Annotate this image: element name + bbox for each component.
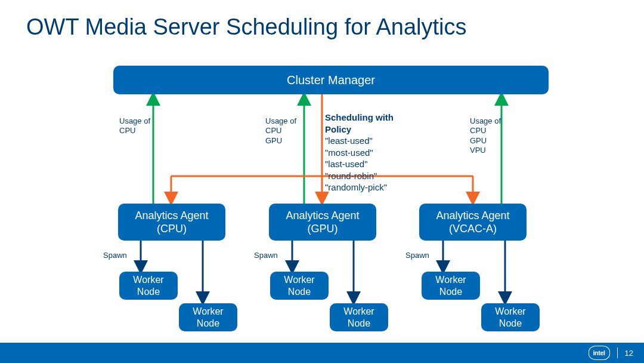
policy-label: Scheduling withPolicy "least-used" "most…: [325, 112, 394, 193]
policy-header: Scheduling withPolicy: [325, 112, 394, 135]
worker-node-vcaca-2: WorkerNode: [481, 303, 540, 331]
analytics-agent-cpu-box: Analytics Agent(CPU): [118, 204, 225, 241]
worker-node-cpu-1: WorkerNode: [119, 272, 178, 300]
intel-logo: intel: [589, 346, 610, 360]
spawn-label-cpu: Spawn: [103, 251, 127, 260]
arrows-layer: [0, 0, 644, 363]
analytics-agent-vcaca-box: Analytics Agent(VCAC-A): [419, 204, 527, 241]
footer-divider: [617, 347, 618, 358]
worker-node-cpu-2: WorkerNode: [179, 303, 237, 331]
diagram-root: Cluster Manager Analytics Agent(CPU) Ana…: [0, 0, 644, 363]
analytics-agent-gpu-box: Analytics Agent(GPU): [269, 204, 376, 241]
page-number: 12: [625, 349, 633, 358]
worker-node-vcaca-1: WorkerNode: [422, 272, 480, 300]
policy-item-1: "most-used": [325, 147, 394, 159]
footer-bar: intel 12: [0, 343, 644, 363]
spawn-label-vcaca: Spawn: [405, 251, 429, 260]
policy-item-3: "round-robin": [325, 170, 394, 182]
policy-item-4: "randomly-pick": [325, 182, 394, 193]
worker-node-gpu-2: WorkerNode: [330, 303, 388, 331]
worker-node-gpu-1: WorkerNode: [270, 272, 329, 300]
usage-label-cpu: Usage ofCPU: [119, 116, 150, 136]
cluster-manager-box: Cluster Manager: [113, 66, 549, 94]
usage-label-vcaca: Usage ofCPUGPUVPU: [470, 116, 501, 155]
usage-label-gpu: Usage ofCPUGPU: [265, 116, 296, 146]
spawn-label-gpu: Spawn: [254, 251, 278, 260]
policy-item-2: "last-used": [325, 158, 394, 170]
policy-item-0: "least-used": [325, 135, 394, 147]
